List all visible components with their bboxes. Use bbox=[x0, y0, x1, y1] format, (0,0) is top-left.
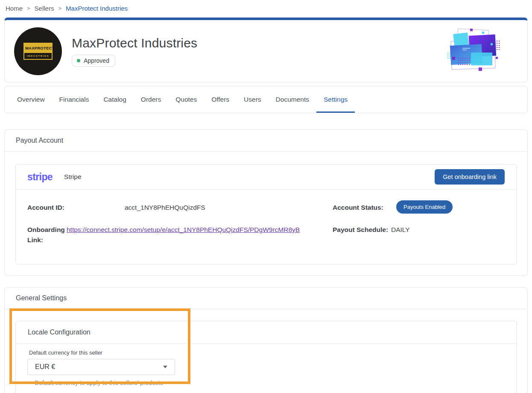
locale-configuration-card: Locale Configuration Default currency fo… bbox=[15, 321, 517, 393]
tab-quotes[interactable]: Quotes bbox=[168, 88, 204, 113]
breadcrumb-separator: > bbox=[27, 5, 30, 12]
seller-tabs: Overview Financials Catalog Orders Quote… bbox=[4, 86, 528, 113]
stripe-provider-card: stripe Stripe Get onboarding link Accoun… bbox=[15, 164, 517, 264]
breadcrumb-current-seller[interactable]: MaxProtect Industries bbox=[66, 5, 128, 12]
onboarding-link-label: Onboarding Link: bbox=[27, 225, 67, 245]
tab-documents[interactable]: Documents bbox=[269, 88, 316, 113]
general-section-title: General Settings bbox=[5, 287, 527, 309]
tab-financials[interactable]: Financials bbox=[52, 88, 96, 113]
breadcrumb: Home > Sellers > MaxProtect Industries bbox=[0, 0, 532, 16]
decorative-illustration bbox=[445, 28, 502, 75]
default-currency-select[interactable]: EUR € bbox=[27, 359, 175, 375]
breadcrumb-sellers[interactable]: Sellers bbox=[35, 5, 54, 12]
payout-section-title: Payout Account bbox=[5, 130, 527, 152]
payout-account-section: Payout Account stripe Stripe Get onboard… bbox=[4, 129, 528, 276]
payout-schedule-row: Payout Schedule: DAILY bbox=[333, 225, 505, 245]
seller-logo: MAXPROTECT INDUSTRIES bbox=[14, 27, 62, 75]
account-id-value: acct_1NY8PhEHQuQizdFS bbox=[125, 202, 205, 213]
approved-dot-icon bbox=[77, 59, 80, 62]
account-status-row: Account Status: Payouts Enabled bbox=[333, 202, 505, 214]
default-currency-value: EUR € bbox=[35, 363, 55, 371]
page-title: MaxProtect Industries bbox=[72, 36, 197, 50]
account-id-label: Account ID: bbox=[27, 202, 125, 213]
tab-catalog[interactable]: Catalog bbox=[96, 88, 133, 113]
seller-logo-mark: MAXPROTECT INDUSTRIES bbox=[23, 43, 53, 60]
onboarding-link-url[interactable]: https://connect.stripe.com/setup/e/acct_… bbox=[67, 225, 300, 235]
account-status-label: Account Status: bbox=[333, 202, 391, 213]
tab-users[interactable]: Users bbox=[237, 88, 268, 113]
breadcrumb-home[interactable]: Home bbox=[6, 5, 23, 12]
seller-logo-text-bottom: INDUSTRIES bbox=[24, 52, 52, 59]
default-currency-help-text: Default currency to apply to this seller… bbox=[35, 379, 505, 386]
seller-logo-text-top: MAXPROTECT bbox=[24, 44, 52, 52]
tab-offers[interactable]: Offers bbox=[204, 88, 237, 113]
provider-name: Stripe bbox=[64, 173, 82, 181]
tab-settings[interactable]: Settings bbox=[316, 88, 355, 113]
payout-schedule-label: Payout Schedule: bbox=[333, 225, 391, 235]
status-badge-label: Approved bbox=[84, 57, 109, 64]
get-onboarding-link-button[interactable]: Get onboarding link bbox=[435, 169, 505, 185]
general-settings-section: General Settings Locale Configuration De… bbox=[4, 287, 528, 393]
status-badge: Approved bbox=[72, 55, 115, 67]
locale-configuration-title: Locale Configuration bbox=[16, 321, 516, 344]
payouts-enabled-badge: Payouts Enabled bbox=[396, 200, 453, 214]
chevron-down-icon bbox=[163, 366, 167, 368]
tab-orders[interactable]: Orders bbox=[134, 88, 168, 113]
payout-schedule-value: DAILY bbox=[391, 225, 410, 235]
tab-overview[interactable]: Overview bbox=[10, 88, 52, 113]
default-currency-label: Default currency for this seller bbox=[29, 349, 505, 356]
account-id-row: Account ID: acct_1NY8PhEHQuQizdFS bbox=[27, 202, 333, 214]
stripe-logo: stripe bbox=[27, 171, 53, 183]
breadcrumb-separator: > bbox=[58, 5, 61, 12]
onboarding-link-row: Onboarding Link: https://connect.stripe.… bbox=[27, 225, 333, 245]
seller-header-card: MAXPROTECT INDUSTRIES MaxProtect Industr… bbox=[4, 18, 528, 82]
